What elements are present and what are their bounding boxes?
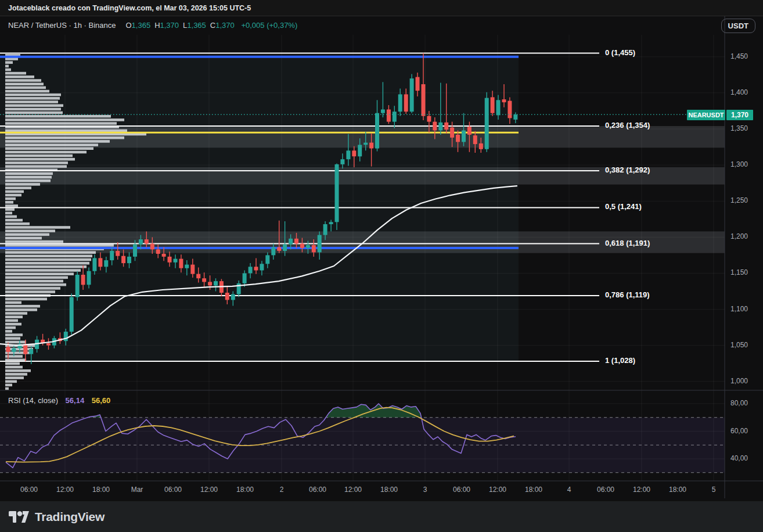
- time-tick: 06:00: [164, 486, 182, 494]
- time-tick: 06:00: [20, 486, 38, 494]
- last-price-flag: 1,370: [726, 110, 753, 120]
- open-label: O: [125, 21, 131, 30]
- price-tick: 1,400: [730, 88, 748, 96]
- rsi-value: 56,14: [66, 396, 85, 405]
- fib-level-label: 0,618 (1,191): [605, 239, 650, 247]
- time-tick: 18:00: [669, 486, 686, 494]
- tradingview-chart-screenshot: Jotaceblack creado con TradingView.com, …: [0, 0, 763, 532]
- fib-level-label: 0,786 (1,119): [605, 290, 650, 299]
- time-tick: 18:00: [92, 486, 110, 494]
- close-label: C: [210, 21, 215, 30]
- rsi-ma-value: 56,60: [92, 396, 111, 405]
- time-tick: 18:00: [380, 486, 398, 494]
- time-tick: 12:00: [56, 486, 74, 494]
- price-tick: 1,100: [730, 305, 748, 313]
- fib-level-label: 0,236 (1,354): [605, 121, 650, 130]
- high-value: 1,370: [160, 21, 179, 30]
- symbol-price-flag: NEARUSDT: [687, 110, 725, 120]
- time-tick: 12:00: [489, 486, 506, 494]
- time-tick: 18:00: [525, 486, 542, 494]
- tradingview-logo-icon: [8, 509, 30, 525]
- low-value: 1,365: [187, 21, 206, 30]
- time-tick: 18:00: [236, 486, 254, 494]
- price-tick: 1,450: [730, 52, 748, 60]
- close-value: 1,370: [215, 21, 235, 30]
- time-tick: 3: [423, 486, 427, 494]
- fib-level-label: 0 (1,455): [605, 48, 635, 57]
- fib-level-label: 0,5 (1,241): [605, 202, 642, 211]
- time-tick: 5: [712, 486, 716, 494]
- price-tick: 1,050: [730, 341, 748, 349]
- chart-canvas[interactable]: [0, 0, 763, 532]
- rsi-title: RSI (14, close): [8, 396, 58, 405]
- tradingview-wordmark: TradingView: [35, 510, 105, 524]
- rsi-tick: 60,00: [730, 427, 748, 435]
- symbol-title: NEAR / TetherUS · 1h · Binance: [8, 21, 116, 30]
- price-tick: 1,000: [730, 377, 748, 385]
- symbol-legend[interactable]: NEAR / TetherUS · 1h · BinanceO1,365H1,3…: [8, 21, 297, 30]
- time-tick: 06:00: [453, 486, 470, 494]
- time-tick: 06:00: [597, 486, 614, 494]
- price-tick: 1,250: [730, 196, 748, 204]
- high-label: H: [154, 21, 160, 30]
- rsi-legend[interactable]: RSI (14, close) 56,14 56,60: [8, 396, 110, 405]
- rsi-tick: 40,00: [730, 454, 748, 462]
- price-tick: 1,150: [730, 268, 748, 276]
- footer-bar: TradingView: [0, 501, 763, 532]
- time-tick: Mar: [131, 486, 143, 494]
- time-tick: 12:00: [200, 486, 218, 494]
- price-tick: 1,350: [730, 124, 748, 132]
- time-tick: 2: [280, 486, 284, 494]
- rsi-tick: 80,00: [730, 399, 748, 407]
- fib-level-label: 0,382 (1,292): [605, 166, 650, 174]
- time-tick: 12:00: [633, 486, 650, 494]
- time-tick: 4: [567, 486, 571, 494]
- price-tick: 1,300: [730, 160, 748, 168]
- open-value: 1,365: [132, 21, 151, 30]
- price-tick: 1,200: [730, 232, 748, 240]
- time-tick: 06:00: [309, 486, 326, 494]
- time-tick: 12:00: [344, 486, 362, 494]
- change-value: +0,005 (+0,37%): [241, 21, 297, 30]
- fib-level-label: 1 (1,028): [605, 356, 635, 365]
- currency-toggle-button[interactable]: USDT: [721, 19, 755, 33]
